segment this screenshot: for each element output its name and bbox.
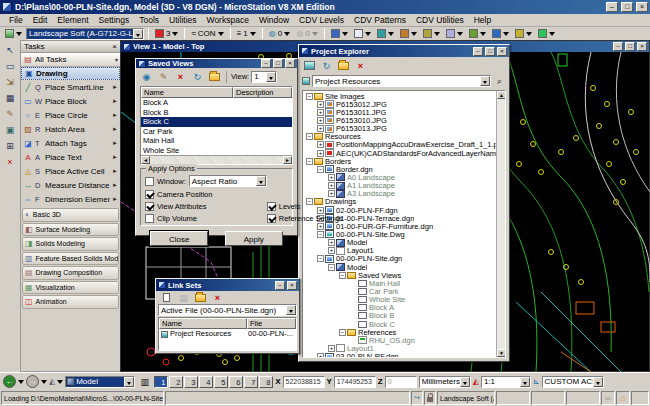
tree-item-layout1[interactable]: +Layout1 [303, 344, 505, 352]
task-item-attach-tags[interactable]: ◪TAttach Tags► [21, 136, 120, 150]
close-icon[interactable]: × [637, 42, 647, 51]
delete-element-icon[interactable]: × [2, 154, 18, 169]
home-icon[interactable]: ⌂ [616, 391, 630, 405]
fence-mode-icon[interactable]: ▭ [601, 391, 615, 405]
close-icon[interactable]: × [497, 47, 507, 56]
tree-item-block-b[interactable]: Block B [303, 312, 505, 320]
restore-icon[interactable]: □ [621, 2, 633, 12]
view-toggle-5[interactable]: 5 [214, 376, 228, 388]
expand-icon[interactable]: + [317, 117, 324, 124]
task-item-place-text[interactable]: AAPlace Text► [21, 150, 120, 164]
collapse-icon[interactable]: − [339, 272, 346, 279]
view-toggle-7[interactable]: 7 [244, 376, 258, 388]
models-button[interactable] [329, 28, 350, 40]
tree-scrollbar[interactable]: ▲ ▼ [496, 91, 505, 357]
saved-view-row-car-park[interactable]: Car Park [141, 127, 292, 137]
view-toggle-3[interactable]: 3 [184, 376, 198, 388]
minimize-icon[interactable]: – [613, 42, 623, 51]
menu-tools[interactable]: Tools [134, 15, 164, 25]
minimize-icon[interactable]: – [473, 47, 483, 56]
level-display-button[interactable] [467, 28, 488, 40]
option-window[interactable]: Window:Aspect Ratio [145, 175, 267, 187]
dropdown-icon[interactable] [41, 380, 47, 387]
acs-combo[interactable]: CUSTOM ACS [542, 376, 604, 388]
view-perspective-icon[interactable]: ◭ [49, 377, 55, 386]
apply-button[interactable]: Apply [225, 231, 283, 246]
active-line-style-button[interactable]: ≈ CON [189, 28, 225, 40]
expand-icon[interactable]: + [317, 353, 324, 358]
view-toggle-8[interactable]: 8 [259, 376, 273, 388]
task-group-feature-based-solids-modeling[interactable]: ▥Feature Based Solids Modeling [22, 252, 119, 266]
menu-help[interactable]: Help [469, 15, 496, 25]
expand-icon[interactable]: + [317, 141, 324, 148]
dropdown-icon[interactable] [133, 29, 143, 39]
scroll-up-icon[interactable]: ▲ [497, 91, 506, 99]
create-saved-view-icon[interactable]: ◉ [139, 70, 154, 83]
menu-workspace[interactable]: Workspace [202, 15, 254, 25]
active-class-button[interactable]: ◍ 0 [267, 28, 292, 40]
tree-item-a0-landscape[interactable]: +A0 Landscape [303, 173, 505, 181]
point-clouds-button[interactable] [421, 28, 442, 40]
dropdown-icon[interactable] [593, 377, 603, 387]
option-levels[interactable]: Levels [267, 202, 359, 211]
collapse-icon[interactable]: − [306, 158, 313, 165]
saved-view-row-block-b[interactable]: Block B [141, 108, 292, 118]
restore-icon[interactable]: □ [485, 47, 495, 56]
groups-icon[interactable]: ▣ [2, 122, 18, 137]
option-clip-volume[interactable]: Clip Volume [145, 214, 267, 223]
task-item-place-smartline[interactable]: ╱QPlace SmartLine► [21, 80, 120, 94]
all-tasks-dropdown[interactable]: ▤ All Tasks ▾ [21, 53, 120, 67]
new-link-icon[interactable] [159, 292, 174, 303]
menu-window[interactable]: Window [254, 15, 294, 25]
y-coordinate-field[interactable]: 174495253 [334, 376, 376, 388]
search-icon[interactable]: ⌕ [493, 75, 506, 87]
view-toggle-1[interactable]: 1 [154, 376, 168, 388]
link-set-combo[interactable]: Project Resources [312, 75, 491, 87]
list-header[interactable]: Name File [159, 318, 296, 329]
expand-icon[interactable]: + [317, 109, 324, 116]
expand-icon[interactable]: + [317, 150, 324, 157]
aspect-ratio-combo[interactable]: Aspect Ratio [189, 175, 267, 187]
tree-item-border-dgn[interactable]: −Border.dgn [303, 165, 505, 173]
minimize-icon[interactable]: – [275, 281, 285, 290]
delete-saved-view-icon[interactable]: × [173, 70, 188, 83]
collapse-icon[interactable]: − [306, 93, 313, 100]
view-toggle-2[interactable]: 2 [169, 376, 183, 388]
z-coordinate-field[interactable]: 0 [385, 376, 417, 388]
task-group-drawing-composition[interactable]: ▤Drawing Composition [22, 266, 119, 280]
restore-icon[interactable]: □ [273, 59, 283, 68]
dropdown-icon[interactable] [124, 377, 134, 387]
delete-icon[interactable]: × [210, 292, 225, 303]
close-button[interactable]: Close [150, 231, 208, 246]
raster-manager-button[interactable] [398, 28, 419, 40]
collapse-icon[interactable]: − [317, 255, 324, 262]
level-manager-button[interactable] [444, 28, 465, 40]
dropdown-icon[interactable] [266, 72, 276, 82]
view-toggle-6[interactable]: 6 [229, 376, 243, 388]
tree-item-site-images[interactable]: −Site Images [303, 92, 505, 100]
collapse-icon[interactable]: − [317, 231, 324, 238]
model-combo[interactable]: Model [65, 376, 135, 388]
saved-views-button[interactable] [352, 28, 373, 40]
close-icon[interactable]: × [112, 42, 117, 51]
expand-icon[interactable]: + [328, 190, 335, 197]
tree-item-aec-uk-cadstandardsforadvancedlayernaming-v2-4-pdf[interactable]: +AEC(UK)CADStandardsForAdvancedLayerNami… [303, 149, 505, 157]
option-reference-settings[interactable]: Reference Settings [267, 214, 359, 223]
menu-utilities[interactable]: Utilities [164, 15, 201, 25]
expand-icon[interactable]: + [317, 101, 324, 108]
task-item-place-circle[interactable]: ○EPlace Circle► [21, 108, 120, 122]
change-attributes-icon[interactable]: ✎ [2, 106, 18, 121]
dropdown-icon[interactable] [18, 380, 24, 387]
x-coordinate-field[interactable]: 522038815 [283, 376, 325, 388]
tree-item-model[interactable]: +Model [303, 239, 505, 247]
open-folder-icon[interactable] [336, 59, 351, 72]
element-selection-icon[interactable]: ↖ [2, 42, 18, 57]
menu-cdv-patterns[interactable]: CDV Patterns [349, 15, 411, 25]
saved-view-row-block-a[interactable]: Block A [141, 98, 292, 108]
close-icon[interactable]: × [285, 59, 295, 68]
tree-item-p6153010-jpg[interactable]: +P6153010.JPG [303, 116, 505, 124]
menu-element[interactable]: Element [52, 15, 93, 25]
element-template-button[interactable] [3, 28, 24, 40]
expand-icon[interactable]: + [317, 223, 324, 230]
render-button[interactable] [536, 28, 557, 40]
